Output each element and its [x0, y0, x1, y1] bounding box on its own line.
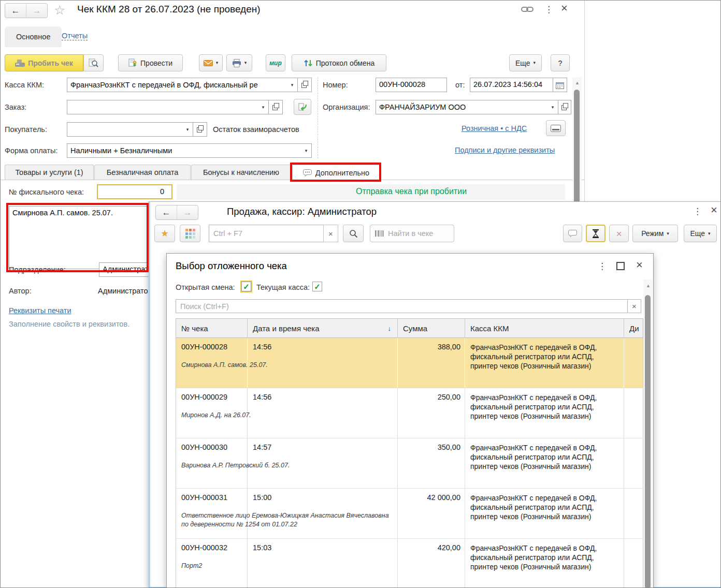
help-button[interactable]: ?: [551, 54, 570, 71]
delete-check-button[interactable]: ×: [609, 225, 629, 242]
nav-history-group: ← →: [5, 3, 48, 18]
favorite-star-icon[interactable]: ☆: [54, 3, 65, 18]
fiscal-number-input[interactable]: 0: [97, 184, 172, 199]
dialog-scrollbar-thumb[interactable]: [645, 295, 651, 588]
more-label: Еще: [515, 59, 530, 67]
order-open-button[interactable]: [268, 100, 283, 114]
number-field[interactable]: 00УН-000028: [376, 78, 447, 92]
signatures-link[interactable]: Подписи и другие реквизиты: [455, 146, 555, 154]
buyer-open-button[interactable]: [193, 122, 207, 137]
sale-forward-button[interactable]: →: [177, 205, 198, 219]
printer-icon: [232, 59, 241, 67]
fill-from-order-button[interactable]: [294, 99, 311, 115]
window-menu-kebab-icon[interactable]: ⋮: [544, 5, 553, 14]
table-row[interactable]: 00УН-000029 14:56 250,00 ФранчазРознККТ …: [176, 388, 643, 438]
magnifier-document-icon: [89, 58, 98, 67]
taxation-link[interactable]: Розничная • с НДС: [462, 124, 527, 133]
current-kassa-checkbox[interactable]: ✓: [312, 282, 322, 291]
check-extra-cell: [624, 489, 643, 538]
dialog-maximize-icon[interactable]: [616, 262, 625, 270]
tab-cashless-payment[interactable]: Безналичная оплата: [94, 165, 191, 180]
send-email-button[interactable]: ▾: [199, 54, 223, 71]
punch-check-button[interactable]: Пробить чек: [5, 54, 83, 71]
tab-main[interactable]: Основное: [5, 26, 62, 47]
dialog-scrollbar-up-icon[interactable]: ▲: [646, 284, 651, 288]
check-extra-cell: [624, 388, 643, 438]
more-button[interactable]: Еще ▾: [509, 54, 542, 71]
header-datetime[interactable]: Дата и время чека ↓: [248, 319, 398, 337]
dialog-close-icon[interactable]: ×: [636, 259, 643, 271]
post-button[interactable]: Провести: [118, 54, 183, 71]
menu-grid-button[interactable]: [180, 225, 200, 242]
cash-drawer-button[interactable]: [546, 120, 566, 136]
preview-check-button[interactable]: [83, 54, 104, 71]
department-field[interactable]: Администратор: [99, 262, 155, 277]
mir-payment-button[interactable]: мир: [266, 54, 285, 71]
tab-bonuses[interactable]: Бонусы к начислению: [191, 165, 291, 180]
fill-properties-link[interactable]: Заполнение свойств и реквизитов.: [9, 320, 129, 328]
find-in-check-placeholder: Найти в чеке: [388, 229, 433, 238]
get-link-icon[interactable]: [521, 6, 533, 13]
dialog-search-clear-button[interactable]: ×: [627, 299, 641, 313]
check-sum: 42 000,00: [398, 489, 465, 538]
sale-back-button[interactable]: ←: [156, 205, 177, 219]
table-row[interactable]: 00УН-000030 14:57 350,00 ФранчазРознККТ …: [176, 438, 643, 489]
exchange-protocol-button[interactable]: Протокол обмена: [292, 54, 386, 71]
comment-button[interactable]: [563, 225, 582, 242]
print-button[interactable]: ▾: [226, 54, 252, 71]
sale-window-menu-kebab-icon[interactable]: ⋮: [693, 207, 702, 216]
quick-search-clear-button[interactable]: ×: [323, 225, 338, 242]
forward-button[interactable]: →: [26, 4, 47, 18]
organization-dropdown-icon[interactable]: ▾: [547, 100, 558, 114]
header-kassa[interactable]: Касса ККМ: [465, 319, 624, 337]
date-field[interactable]: 26.07.2023 14:56:04: [470, 78, 553, 92]
print-requisites-link[interactable]: Реквизиты печати: [9, 306, 71, 315]
grid-dots-icon: [185, 229, 195, 239]
order-combobox[interactable]: ▾: [67, 100, 269, 114]
organization-open-button[interactable]: [558, 100, 571, 114]
kkm-open-button[interactable]: [297, 78, 312, 92]
forward-icon: →: [33, 6, 41, 16]
table-row[interactable]: 00УН-000031 15:00 42 000,00 ФранчазРознК…: [176, 489, 643, 539]
comment-textarea[interactable]: Смирнова А.П. самов. 25.07.: [9, 206, 148, 269]
main-scrollbar-up-icon[interactable]: ▲: [575, 81, 580, 85]
payment-form-select[interactable]: Наличными + Безналичными ▾: [67, 143, 312, 158]
payment-form-value: Наличными + Безналичными: [67, 144, 301, 157]
order-dropdown-icon[interactable]: ▾: [258, 100, 268, 114]
search-button[interactable]: [343, 225, 364, 242]
sale-window-close-icon[interactable]: ×: [711, 204, 717, 216]
dialog-menu-kebab-icon[interactable]: ⋮: [598, 262, 607, 271]
window-close-icon[interactable]: ×: [561, 3, 568, 14]
organization-combobox[interactable]: ФРАНЧАЙЗАРИУМ ООО ▾: [376, 100, 558, 114]
tab-goods-services[interactable]: Товары и услуги (1): [5, 165, 94, 180]
deferred-checks-button[interactable]: [586, 225, 605, 242]
header-sum[interactable]: Сумма: [398, 319, 465, 337]
buyer-dropdown-icon[interactable]: ▾: [182, 123, 193, 136]
main-scrollbar-thumb[interactable]: [574, 90, 580, 207]
cash-drawer-icon: [551, 125, 561, 132]
kkm-dropdown-icon[interactable]: ▾: [287, 78, 297, 92]
find-in-check-input[interactable]: Найти в чеке: [370, 225, 454, 242]
back-button[interactable]: ←: [5, 4, 26, 18]
header-check-number[interactable]: № чека: [176, 319, 248, 337]
check-comment: Миронов А.Д. на 26.07.: [181, 411, 394, 420]
quick-search-input[interactable]: [209, 225, 324, 242]
header-clipped-column[interactable]: Ди: [624, 319, 643, 337]
mutual-balance-text: Остаток взаиморасчетов: [213, 125, 299, 134]
tab-reports[interactable]: Отчеты: [62, 32, 88, 40]
buyer-combobox[interactable]: ▾: [67, 122, 193, 137]
sale-more-button[interactable]: Еще ▾: [684, 225, 717, 242]
favorites-button[interactable]: ★: [154, 225, 175, 242]
kkm-combobox[interactable]: ФранчазРознККТ с передачей в ОФД, фискал…: [67, 78, 298, 92]
table-row[interactable]: 00УН-000028 14:56 388,00 ФранчазРознККТ …: [176, 338, 643, 388]
payment-form-dropdown-icon[interactable]: ▾: [301, 144, 311, 157]
tab-additional[interactable]: Дополнительно: [292, 165, 380, 180]
open-shift-checkbox[interactable]: ✓: [241, 282, 251, 291]
back-icon: ←: [11, 6, 20, 16]
date-calendar-button[interactable]: [553, 78, 567, 92]
mode-button[interactable]: Режим ▾: [632, 225, 678, 242]
dialog-search-input[interactable]: [176, 299, 628, 313]
tab-bonuses-label: Бонусы к начислению: [203, 168, 279, 177]
table-row[interactable]: 00УН-000032 15:03 420,00 ФранчазРознККТ …: [176, 539, 643, 588]
check-comment: Порт2: [181, 562, 394, 570]
